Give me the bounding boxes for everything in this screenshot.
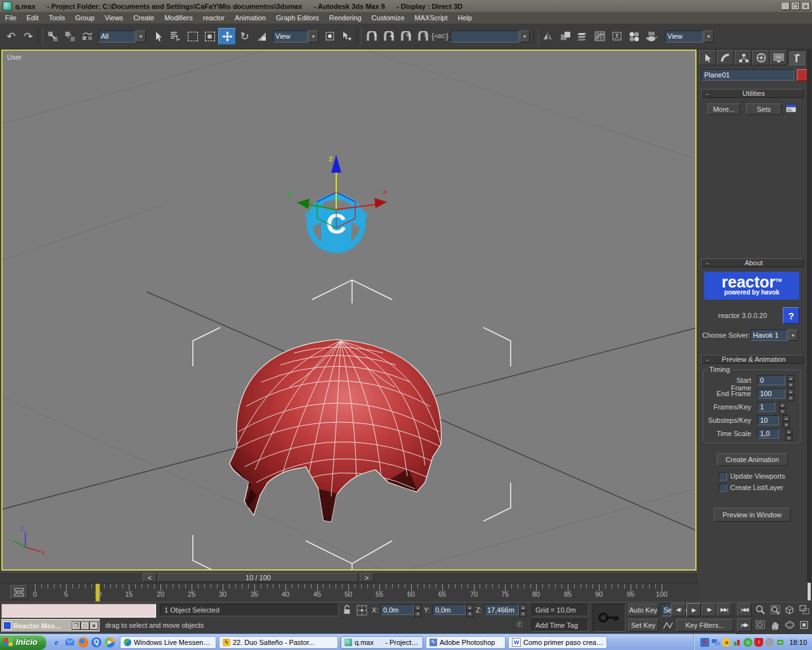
- tray-volume-icon[interactable]: [765, 638, 774, 647]
- ref-coord-arrow-icon[interactable]: ▼: [308, 30, 318, 43]
- end-frame-field[interactable]: 100: [757, 388, 785, 399]
- set-keys-button[interactable]: [593, 604, 625, 632]
- menu-rendering[interactable]: Rendering: [324, 13, 367, 23]
- end-frame-spinner[interactable]: ▲▼: [787, 388, 794, 401]
- menu-tools[interactable]: Tools: [44, 13, 70, 23]
- update-viewports-checkbox[interactable]: [719, 472, 727, 481]
- solver-arrow-icon[interactable]: ▼: [788, 329, 798, 341]
- maxscript-mini-listener[interactable]: [1, 604, 156, 618]
- close-button[interactable]: ×: [801, 2, 810, 10]
- current-frame-marker[interactable]: [95, 583, 100, 602]
- z-coord-field[interactable]: 17,466m: [485, 604, 519, 615]
- scale-tool-icon[interactable]: [253, 28, 270, 44]
- menu-customize[interactable]: Customize: [367, 13, 410, 23]
- tray-messenger-plus-icon[interactable]: и: [722, 638, 731, 647]
- menu-create[interactable]: Create: [128, 13, 159, 23]
- move-tool-icon[interactable]: [218, 28, 236, 45]
- reactor-window-maximize-icon[interactable]: □: [81, 621, 89, 630]
- align-icon[interactable]: [557, 28, 574, 44]
- menu-file[interactable]: File: [0, 13, 22, 23]
- percent-snap-icon[interactable]: %: [397, 28, 414, 44]
- start-button[interactable]: Inicio: [0, 635, 46, 650]
- menu-edit[interactable]: Edit: [22, 13, 44, 23]
- tab-utilities[interactable]: [788, 50, 805, 65]
- menu-reactor[interactable]: reactor: [198, 13, 230, 23]
- menu-group[interactable]: Group: [70, 13, 100, 23]
- task-3dsmax-active[interactable]: q.max - Project Folde...: [341, 636, 423, 649]
- zoom-extents-icon[interactable]: [783, 603, 796, 616]
- mirror-icon[interactable]: [540, 28, 557, 44]
- track-bar[interactable]: 0 5 10 15 20 25 30 35 40 45 50 55 60 65 …: [0, 583, 698, 602]
- menu-graph-editors[interactable]: Graph Editors: [271, 13, 324, 23]
- window-crossing-icon[interactable]: [201, 28, 218, 44]
- selection-filter-arrow-icon[interactable]: ▼: [136, 30, 146, 43]
- time-scale-spinner[interactable]: ▲▼: [785, 428, 792, 441]
- frames-key-field[interactable]: 1: [757, 402, 775, 412]
- tray-network-error-icon[interactable]: ✕: [700, 638, 709, 647]
- unlink-icon[interactable]: [62, 28, 79, 44]
- time-slider-next-button[interactable]: >: [360, 573, 374, 582]
- schematic-view-icon[interactable]: [608, 28, 625, 44]
- tab-create[interactable]: [699, 50, 716, 65]
- default-in-out-tangents-icon[interactable]: [662, 620, 674, 630]
- go-to-previous-key-button[interactable]: |◀▶: [737, 618, 752, 632]
- configure-button-sets-icon[interactable]: [785, 103, 797, 114]
- start-frame-field[interactable]: 0: [757, 375, 785, 385]
- select-by-name-icon[interactable]: [167, 28, 184, 44]
- zoom-region-icon[interactable]: [754, 618, 767, 632]
- play-button[interactable]: ▶: [686, 603, 701, 616]
- x-coord-spinner[interactable]: ▲▼: [414, 604, 421, 617]
- create-list-layer-checkbox[interactable]: [719, 484, 727, 492]
- tray-clock[interactable]: 18:10: [789, 639, 807, 646]
- help-button[interactable]: ?: [783, 307, 799, 324]
- panel-scrollbar[interactable]: [807, 50, 811, 602]
- task-photoshop[interactable]: ✎ Adobe Photoshop: [426, 636, 506, 649]
- solver-dropdown[interactable]: Havok 1: [750, 329, 787, 341]
- zoom-extents-all-icon[interactable]: [797, 603, 811, 616]
- material-editor-icon[interactable]: [625, 28, 643, 44]
- frames-key-spinner[interactable]: ▲▼: [779, 402, 785, 415]
- quicktime-icon[interactable]: Q: [91, 637, 102, 647]
- tab-modify[interactable]: [717, 50, 734, 65]
- rect-selection-region-icon[interactable]: [184, 28, 201, 44]
- render-setup-icon[interactable]: [643, 28, 660, 44]
- panel-scrollbar-thumb[interactable]: [808, 583, 811, 600]
- tray-network-icon[interactable]: [711, 638, 720, 647]
- previous-frame-button[interactable]: ◀‖: [671, 603, 686, 616]
- curve-editor-icon[interactable]: [591, 28, 608, 44]
- spinner-snap-icon[interactable]: ↕: [414, 28, 431, 44]
- rollout-utilities-header[interactable]: - Utilities: [701, 89, 804, 98]
- more-button[interactable]: More...: [707, 103, 740, 115]
- viewport-user[interactable]: User: [1, 50, 697, 571]
- select-manipulate-icon[interactable]: [338, 28, 355, 44]
- reactor-messages-window[interactable]: Reactor Mes... ❐ □ ×: [1, 619, 100, 632]
- menu-help[interactable]: Help: [453, 13, 478, 23]
- mail-icon[interactable]: [65, 637, 75, 647]
- key-filters-button[interactable]: Key Filters...: [676, 619, 733, 632]
- go-to-end-button[interactable]: ▶▶|: [717, 603, 731, 616]
- time-scale-field[interactable]: 1,0: [757, 428, 779, 439]
- bind-spacewarp-icon[interactable]: [79, 28, 96, 44]
- render-view-dropdown[interactable]: View: [665, 30, 703, 43]
- restore-button[interactable]: ❐: [791, 2, 800, 10]
- rollout-about-header[interactable]: - About: [701, 258, 804, 267]
- auto-key-button[interactable]: Auto Key: [628, 604, 658, 616]
- rotate-tool-icon[interactable]: ↻: [236, 28, 253, 44]
- z-coord-spinner[interactable]: ▲▼: [520, 604, 526, 617]
- named-sets-arrow-icon[interactable]: ▼: [520, 30, 530, 43]
- cloth-object[interactable]: [230, 340, 442, 522]
- task-winamp[interactable]: ϟ 22. Duo Salteño - Pastor...: [219, 636, 338, 649]
- zoom-all-icon[interactable]: [768, 603, 782, 616]
- firefox-icon[interactable]: [78, 637, 88, 647]
- redo-icon[interactable]: ↷: [20, 28, 37, 44]
- reactor-window-close-icon[interactable]: ×: [89, 621, 98, 630]
- reactor-window-restore-icon[interactable]: ❐: [72, 621, 81, 630]
- named-sets-dropdown[interactable]: [450, 30, 519, 43]
- maximize-viewport-toggle-icon[interactable]: [797, 618, 811, 632]
- substeps-key-field[interactable]: 10: [757, 415, 779, 425]
- named-sets-icon[interactable]: {ABC}: [431, 28, 449, 44]
- mini-curve-editor-button[interactable]: [10, 585, 28, 599]
- start-frame-spinner[interactable]: ▲▼: [787, 375, 794, 388]
- pan-hand-icon[interactable]: [768, 618, 782, 632]
- menu-maxscript[interactable]: MAXScript: [410, 13, 453, 23]
